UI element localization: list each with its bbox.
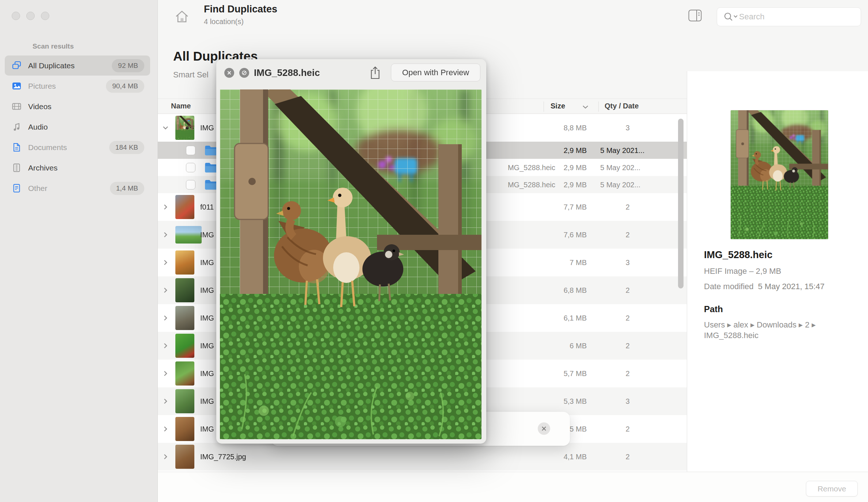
sidebar-item-archives[interactable]: Archives xyxy=(5,158,150,178)
size-badge: 92 MB xyxy=(112,59,144,72)
path-value: Users ▸ alex ▸ Downloads ▸ 2 ▸ IMG_5288.… xyxy=(704,319,867,341)
thumbnail xyxy=(175,445,194,469)
sidebar-item-other[interactable]: Other 1,4 MB xyxy=(5,178,150,198)
sidebar-item-label: Archives xyxy=(28,164,58,172)
sidebar-item-label: Documents xyxy=(28,143,67,152)
checkbox[interactable] xyxy=(186,163,195,172)
quicklook-close-button[interactable] xyxy=(224,68,234,78)
table-row-group[interactable]: IMG_7725.jpg 4,1 MB 2 xyxy=(158,443,687,471)
chevron-right-icon[interactable] xyxy=(163,231,168,238)
sidebar-item-documents[interactable]: Documents 184 KB xyxy=(5,137,150,157)
zoom-window-button[interactable] xyxy=(41,12,49,20)
chevron-down-icon[interactable] xyxy=(163,124,168,131)
vertical-scrollbar[interactable] xyxy=(678,119,684,288)
search-field[interactable] xyxy=(717,7,861,26)
search-input[interactable] xyxy=(739,12,849,22)
panel-toggle-icon[interactable] xyxy=(688,9,702,22)
size-badge: 90,4 MB xyxy=(106,80,144,93)
inspector-panel: IMG_5288.heic HEIF Image – 2,9 MB Date m… xyxy=(687,71,868,472)
quicklook-photo xyxy=(220,89,481,439)
thumbnail xyxy=(175,306,194,330)
chevron-right-icon[interactable] xyxy=(163,370,168,377)
thumbnail xyxy=(175,417,194,441)
size-badge: 1,4 MB xyxy=(110,182,144,195)
close-window-button[interactable] xyxy=(12,12,20,20)
open-with-preview-button[interactable]: Open with Preview xyxy=(391,64,480,81)
toolbar: Find Duplicates 4 location(s) xyxy=(158,0,868,33)
window-controls xyxy=(12,12,49,20)
date-modified-value: 5 May 2021, 15:47 xyxy=(758,282,825,291)
archives-icon xyxy=(12,163,22,173)
file-name: IMG_5288.heic xyxy=(704,249,773,261)
documents-icon xyxy=(12,142,22,152)
folder-icon xyxy=(205,179,218,190)
duplicates-icon xyxy=(12,61,22,70)
thumbnail xyxy=(175,195,194,219)
sidebar-item-videos[interactable]: Videos xyxy=(5,96,150,116)
search-icon xyxy=(723,12,739,22)
checkbox[interactable] xyxy=(186,146,195,155)
footer-bar: Remove xyxy=(158,472,868,502)
remove-button[interactable]: Remove xyxy=(806,481,858,497)
sidebar-item-all-duplicates[interactable]: All Duplicates 92 MB xyxy=(5,55,150,76)
other-file-icon xyxy=(12,183,22,193)
home-icon xyxy=(174,9,190,24)
column-name[interactable]: Name xyxy=(171,102,191,110)
thumbnail xyxy=(175,278,194,302)
path-heading: Path xyxy=(704,304,723,314)
date-modified: Date modified5 May 2021, 15:47 xyxy=(704,282,825,291)
date-modified-label: Date modified xyxy=(704,282,754,291)
thumbnail xyxy=(175,250,194,275)
quicklook-window: IMG_5288.heic Open with Preview xyxy=(216,59,486,444)
preview-thumbnail xyxy=(731,110,828,239)
chevron-right-icon[interactable] xyxy=(163,287,168,294)
window-title: Find Duplicates xyxy=(204,4,277,15)
toast-close-button[interactable] xyxy=(538,422,550,435)
chevron-right-icon[interactable] xyxy=(163,426,168,432)
sidebar: Scan results All Duplicates 92 MB Pictur… xyxy=(0,0,158,502)
sidebar-item-label: Pictures xyxy=(28,82,56,91)
share-icon[interactable] xyxy=(370,66,381,80)
chevron-right-icon[interactable] xyxy=(163,259,168,266)
thumbnail xyxy=(175,361,194,386)
thumbnail xyxy=(175,334,194,358)
locations-count: 4 location(s) xyxy=(204,18,244,26)
folder-icon xyxy=(205,162,218,173)
chevron-right-icon[interactable] xyxy=(163,315,168,321)
page-subtitle: Smart Sel xyxy=(173,70,209,80)
close-icon xyxy=(541,426,547,431)
sidebar-item-label: All Duplicates xyxy=(28,61,75,70)
sidebar-item-label: Audio xyxy=(28,123,48,131)
sidebar-item-pictures[interactable]: Pictures 90,4 MB xyxy=(5,76,150,96)
quicklook-titlebar[interactable]: IMG_5288.heic Open with Preview xyxy=(216,59,486,89)
column-qty-date[interactable]: Qty / Date xyxy=(605,102,639,110)
sidebar-item-label: Other xyxy=(28,184,47,193)
sort-chevron-down-icon[interactable] xyxy=(582,104,589,108)
chevron-right-icon[interactable] xyxy=(163,398,168,405)
chevron-right-icon[interactable] xyxy=(163,204,168,210)
block-icon xyxy=(241,70,247,76)
thumbnail xyxy=(175,389,194,413)
audio-icon xyxy=(12,122,22,132)
chevron-right-icon[interactable] xyxy=(163,342,168,349)
file-kind-size: HEIF Image – 2,9 MB xyxy=(704,267,781,276)
column-size[interactable]: Size xyxy=(551,102,565,110)
pictures-icon xyxy=(12,81,22,91)
folder-icon xyxy=(205,145,218,156)
thumbnail xyxy=(175,226,202,244)
thumbnail xyxy=(175,116,194,140)
minimize-window-button[interactable] xyxy=(26,12,35,20)
close-icon xyxy=(227,70,232,75)
sidebar-item-audio[interactable]: Audio xyxy=(5,117,150,137)
videos-icon xyxy=(12,101,22,111)
size-badge: 184 KB xyxy=(109,141,144,154)
chevron-right-icon[interactable] xyxy=(163,453,168,460)
quicklook-title: IMG_5288.heic xyxy=(254,67,320,78)
checkbox[interactable] xyxy=(186,180,195,189)
quicklook-block-button[interactable] xyxy=(239,68,249,78)
sidebar-section-label: Scan results xyxy=(33,42,74,50)
sidebar-item-label: Videos xyxy=(28,102,52,111)
